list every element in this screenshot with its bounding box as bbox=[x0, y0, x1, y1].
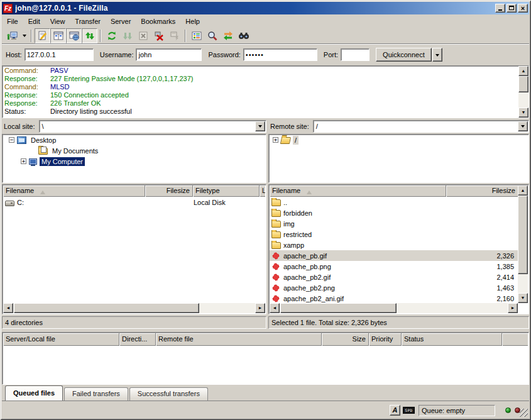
column-header-direction[interactable]: Directi... bbox=[119, 333, 156, 346]
column-header-filetype[interactable]: Filetype bbox=[193, 185, 260, 197]
tree-item-my-computer[interactable]: + My Computer bbox=[3, 156, 266, 167]
tab-queued-files[interactable]: Queued files bbox=[5, 385, 63, 401]
scroll-left-icon[interactable]: ◄ bbox=[270, 303, 280, 313]
resize-grip[interactable] bbox=[520, 409, 528, 417]
synchronized-browsing-button[interactable] bbox=[220, 28, 236, 43]
password-input[interactable] bbox=[243, 48, 317, 61]
scrollbar-thumb[interactable] bbox=[518, 196, 528, 274]
queue-tabs: Queued files Failed transfers Successful… bbox=[2, 385, 529, 401]
remote-site-combobox[interactable]: / bbox=[313, 120, 529, 133]
scroll-right-icon[interactable]: ► bbox=[508, 303, 518, 313]
file-row[interactable]: apache_pb.gif2,326 bbox=[270, 250, 518, 261]
toggle-local-tree-button[interactable] bbox=[50, 28, 66, 43]
column-header-status[interactable]: Status bbox=[402, 333, 502, 346]
menu-view[interactable]: View bbox=[45, 16, 70, 26]
column-header-remote-file[interactable]: Remote file bbox=[156, 333, 322, 346]
directory-comparison-button[interactable] bbox=[204, 28, 220, 43]
column-header-lastmodified[interactable]: L bbox=[260, 185, 265, 197]
remote-list-hscrollbar[interactable]: ◄ ► bbox=[270, 303, 518, 313]
log-scrollbar[interactable]: ▲ ▼ bbox=[518, 66, 528, 118]
tree-item-desktop[interactable]: − Desktop bbox=[3, 135, 266, 145]
scrollbar-thumb[interactable] bbox=[14, 303, 199, 313]
column-header-filesize[interactable]: Filesize bbox=[145, 185, 193, 197]
log-label: Status: bbox=[3, 108, 50, 116]
column-header-filename[interactable]: Filename bbox=[270, 185, 446, 197]
my-computer-icon bbox=[29, 158, 37, 165]
scroll-right-icon[interactable]: ► bbox=[255, 303, 265, 313]
column-header-priority[interactable]: Priority bbox=[369, 333, 402, 346]
column-label: Filesize bbox=[492, 187, 515, 197]
tree-item-label: My Computer bbox=[40, 157, 85, 166]
menu-edit[interactable]: Edit bbox=[23, 16, 45, 26]
find-files-icon bbox=[238, 31, 249, 41]
menu-server[interactable]: Server bbox=[106, 16, 136, 26]
cancel-button[interactable] bbox=[135, 28, 151, 43]
message-log-icon bbox=[38, 31, 48, 41]
file-row-c-drive[interactable]: C: Local Disk bbox=[3, 197, 265, 207]
close-button[interactable]: × bbox=[518, 4, 528, 13]
file-row[interactable]: apache_pb.png1,385 bbox=[270, 261, 518, 272]
maximize-button[interactable] bbox=[506, 4, 517, 13]
column-header-size[interactable]: Size bbox=[322, 333, 369, 346]
file-type: Local Disk bbox=[191, 199, 258, 206]
column-header-filename[interactable]: Filename bbox=[3, 185, 145, 197]
column-header-server-local-file[interactable]: Server/Local file bbox=[3, 333, 119, 346]
local-site-dropdown-button[interactable] bbox=[255, 121, 265, 131]
column-header-filesize[interactable]: Filesize bbox=[446, 185, 518, 197]
scroll-down-icon[interactable]: ▼ bbox=[518, 293, 528, 303]
menu-transfer[interactable]: Transfer bbox=[70, 16, 106, 26]
file-row[interactable]: .. bbox=[270, 197, 518, 207]
file-row[interactable]: apache_pb2.png1,463 bbox=[270, 282, 518, 293]
scroll-up-icon[interactable]: ▲ bbox=[518, 185, 528, 196]
menu-file[interactable]: File bbox=[2, 16, 23, 26]
scroll-left-icon[interactable]: ◄ bbox=[3, 303, 13, 313]
filter-button[interactable] bbox=[189, 28, 204, 43]
remote-site-dropdown-button[interactable] bbox=[518, 121, 528, 131]
local-file-list: Filename Filesize Filetype L C: Local Di… bbox=[2, 184, 266, 314]
site-manager-dropdown-button[interactable] bbox=[20, 28, 28, 43]
file-row[interactable]: apache_pb2_ani.gif2,160 bbox=[270, 293, 518, 303]
scrollbar-thumb[interactable] bbox=[280, 303, 397, 313]
scrollbar-thumb[interactable] bbox=[518, 76, 528, 92]
tree-item-my-documents[interactable]: My Documents bbox=[3, 145, 266, 156]
expand-icon[interactable]: + bbox=[273, 137, 278, 143]
transfer-type-ascii-icon[interactable]: A bbox=[390, 405, 400, 416]
file-row[interactable]: img bbox=[270, 218, 518, 229]
site-manager-button[interactable] bbox=[4, 28, 20, 43]
quickconnect-button[interactable]: Quickconnect bbox=[376, 48, 432, 62]
port-input[interactable] bbox=[341, 48, 370, 61]
collapse-icon[interactable]: − bbox=[9, 137, 14, 143]
title-bar: Fz john@127.0.0.1 - FileZilla × bbox=[2, 2, 529, 14]
host-input[interactable] bbox=[25, 48, 94, 61]
find-files-button[interactable] bbox=[236, 28, 251, 43]
scroll-up-icon[interactable]: ▲ bbox=[518, 66, 528, 76]
file-size: 2,326 bbox=[455, 252, 518, 260]
minimize-button[interactable] bbox=[495, 4, 505, 13]
username-input[interactable] bbox=[136, 48, 202, 61]
scroll-down-icon[interactable]: ▼ bbox=[518, 108, 528, 118]
reconnect-button[interactable] bbox=[167, 28, 182, 43]
local-list-hscrollbar[interactable]: ◄ ► bbox=[3, 303, 265, 313]
refresh-button[interactable] bbox=[104, 28, 119, 43]
toggle-remote-tree-button[interactable] bbox=[66, 28, 82, 43]
disconnect-button[interactable] bbox=[151, 28, 167, 43]
menu-bookmarks[interactable]: Bookmarks bbox=[136, 16, 180, 26]
quickconnect-dropdown-button[interactable] bbox=[432, 48, 442, 62]
file-row[interactable]: forbidden bbox=[270, 207, 518, 218]
tab-failed-transfers[interactable]: Failed transfers bbox=[64, 387, 128, 401]
menu-help[interactable]: Help bbox=[180, 16, 205, 26]
file-row[interactable]: restricted bbox=[270, 229, 518, 240]
file-row[interactable]: apache_pb2.gif2,414 bbox=[270, 272, 518, 282]
toggle-transfer-queue-button[interactable] bbox=[82, 28, 97, 43]
tree-item-root[interactable]: + / bbox=[269, 135, 528, 145]
folder-icon bbox=[271, 242, 281, 249]
toggle-message-log-button[interactable] bbox=[35, 28, 50, 43]
file-row[interactable]: xampp bbox=[270, 240, 518, 250]
column-label: Status bbox=[404, 335, 424, 346]
tab-successful-transfers[interactable]: Successful transfers bbox=[129, 387, 208, 401]
local-site-combobox[interactable]: \ bbox=[39, 120, 266, 133]
process-queue-button[interactable] bbox=[119, 28, 135, 43]
remote-list-vscrollbar[interactable]: ▲ ▼ bbox=[518, 185, 528, 303]
expand-icon[interactable]: + bbox=[21, 158, 26, 164]
speed-limit-icon[interactable]: SPD bbox=[403, 407, 415, 414]
